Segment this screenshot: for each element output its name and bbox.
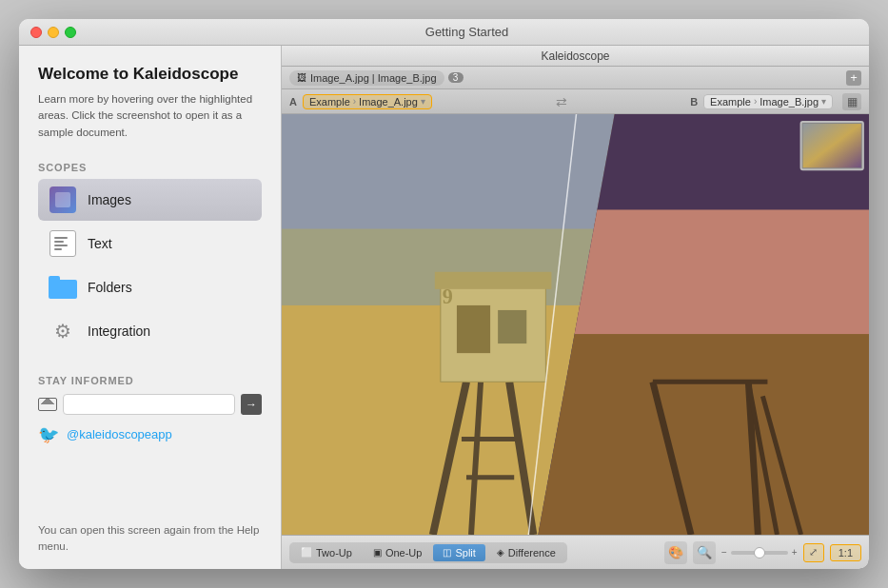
side-divider: ⇄ [436, 94, 686, 109]
twitter-handle[interactable]: @kaleidoscopeapp [67, 427, 172, 441]
expand-button[interactable]: ⤢ [803, 543, 824, 562]
traffic-lights [30, 27, 76, 38]
minimize-button[interactable] [48, 27, 59, 38]
split-button[interactable]: ◫ Split [433, 544, 484, 561]
window-title: Getting Started [76, 25, 858, 39]
svg-rect-16 [457, 305, 490, 353]
welcome-description: Learn more by hovering over the highligh… [38, 91, 262, 141]
folders-label: Folders [88, 280, 132, 295]
svg-rect-14 [441, 282, 546, 382]
inner-tab-bar: 🖼 Image_A.jpg | Image_B.jpg 3 + [282, 67, 869, 89]
difference-icon: ◈ [497, 547, 504, 558]
side-b-label: B [690, 96, 698, 108]
toolbar-right-group: 🎨 🔍 − + ⤢ 1:1 [664, 541, 861, 564]
one-up-icon: ▣ [373, 547, 382, 558]
inner-title-bar: Kaleidoscope [282, 46, 869, 67]
app-window: Getting Started Welcome to Kaleidoscope … [19, 19, 869, 569]
two-up-icon: ⬜ [301, 547, 312, 558]
scopes-label: SCOPES [38, 162, 262, 173]
side-b-path[interactable]: Example › Image_B.jpg ▾ [703, 94, 833, 109]
email-input[interactable] [63, 394, 235, 415]
bottom-toolbar: ⬜ Two-Up ▣ One-Up ◫ Split ◈ [282, 535, 869, 569]
side-a-path-1: Example [309, 96, 350, 108]
split-icon: ◫ [443, 547, 451, 558]
twitter-icon: 🐦 [38, 424, 59, 445]
diff-toolbar: A Example › Image_A.jpg ▾ ⇄ B Example › … [282, 89, 869, 114]
sidebar-item-images[interactable]: Images [38, 179, 262, 221]
view-button-group: ⬜ Two-Up ▣ One-Up ◫ Split ◈ [289, 542, 567, 563]
images-icon [48, 185, 78, 215]
help-text: You can open this screen again from the … [38, 522, 262, 556]
chevron-down-icon-a: ▾ [421, 96, 425, 107]
image-settings-button[interactable]: 🎨 [664, 541, 687, 564]
svg-rect-17 [498, 310, 526, 343]
email-submit-button[interactable]: → [241, 394, 262, 415]
folder-icon [48, 272, 78, 303]
tab-label: Image_A.jpg | Image_B.jpg [310, 72, 437, 84]
side-a-path-2: Image_A.jpg [359, 96, 418, 108]
text-label: Text [88, 236, 112, 251]
title-bar: Getting Started [19, 19, 869, 46]
integration-icon: ⚙ [48, 316, 78, 346]
email-row: → [38, 394, 262, 415]
stay-informed-label: STAY INFORMED [38, 375, 262, 386]
left-panel: Welcome to Kaleidoscope Learn more by ho… [19, 46, 281, 569]
zoom-level[interactable]: 1:1 [830, 544, 861, 561]
chevron-down-icon-b: ▾ [821, 96, 826, 107]
inner-window-title: Kaleidoscope [541, 49, 609, 63]
text-icon [48, 228, 78, 259]
content-area: Welcome to Kaleidoscope Learn more by ho… [19, 46, 869, 569]
images-label: Images [88, 192, 131, 207]
zoom-thumb [754, 547, 765, 559]
inner-window: Kaleidoscope 🖼 Image_A.jpg | Image_B.jpg… [282, 46, 869, 569]
twitter-row: 🐦 @kaleidoscopeapp [38, 424, 262, 445]
grid-view-button[interactable]: ▦ [842, 93, 861, 110]
right-panel: Kaleidoscope 🖼 Image_A.jpg | Image_B.jpg… [281, 46, 869, 569]
svg-text:9: 9 [443, 284, 453, 308]
side-a-path[interactable]: Example › Image_A.jpg ▾ [303, 94, 432, 109]
one-up-button[interactable]: ▣ One-Up [364, 544, 432, 561]
diff-image: 9 [282, 114, 869, 535]
welcome-title: Welcome to Kaleidoscope [38, 65, 262, 84]
difference-button[interactable]: ◈ Difference [487, 544, 565, 561]
sidebar-item-integration[interactable]: ⚙ Integration [38, 310, 262, 352]
sidebar-item-text[interactable]: Text [38, 223, 262, 265]
path-sep-2: › [754, 96, 757, 107]
zoom-slider[interactable] [731, 551, 788, 555]
zoom-plus[interactable]: + [792, 547, 798, 558]
zoom-minus[interactable]: − [721, 547, 727, 558]
add-tab-button[interactable]: + [846, 70, 861, 86]
toolbar-right-controls: ▦ [842, 93, 861, 110]
side-b-path-2: Image_B.jpg [760, 96, 819, 108]
envelope-icon [38, 398, 57, 411]
image-tab[interactable]: 🖼 Image_A.jpg | Image_B.jpg [289, 70, 444, 86]
svg-rect-26 [803, 124, 861, 167]
maximize-button[interactable] [65, 27, 76, 38]
sidebar-item-folders[interactable]: Folders [38, 266, 262, 308]
path-sep-1: › [353, 96, 356, 107]
stay-informed-section: STAY INFORMED → 🐦 @kaleidoscopeapp [38, 371, 262, 457]
tab-badge: 3 [448, 72, 464, 83]
integration-label: Integration [88, 323, 150, 339]
zoom-slider-group: − + [721, 547, 798, 558]
scope-list: Images Text [38, 179, 262, 352]
image-area[interactable]: 9 [282, 114, 869, 535]
side-a-label: A [289, 96, 297, 108]
zoom-search-button[interactable]: 🔍 [693, 541, 716, 564]
two-up-button[interactable]: ⬜ Two-Up [291, 544, 362, 561]
side-b-path-1: Example [710, 96, 751, 108]
close-button[interactable] [30, 27, 42, 38]
